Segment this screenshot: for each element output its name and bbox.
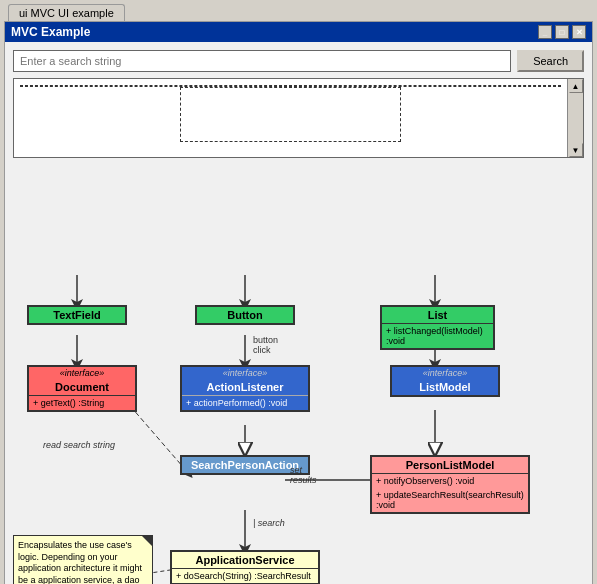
application-service-box: ApplicationService + doSearch(String) :S…	[170, 550, 320, 584]
read-search-label: read search string	[43, 440, 115, 450]
button-ui-box: Button	[195, 305, 295, 325]
window-content: Search ▲ ▼	[5, 42, 592, 166]
search-label: | search	[253, 518, 285, 528]
window-title: MVC Example	[11, 25, 90, 39]
list-area: ▲ ▼	[13, 78, 584, 158]
list-model-box: «interface» ListModel	[390, 365, 500, 397]
search-bar: Search	[13, 50, 584, 72]
close-button[interactable]: ✕	[572, 25, 586, 39]
document-box: «interface» Document + getText() :String	[27, 365, 137, 412]
window-controls: _ □ ✕	[538, 25, 586, 39]
scrollbar: ▲ ▼	[567, 79, 583, 157]
window-title-bar: MVC Example _ □ ✕	[5, 22, 592, 42]
scroll-track	[569, 93, 583, 143]
diagram: TextField Button List + listChanged(list…	[5, 170, 592, 584]
scroll-up[interactable]: ▲	[569, 79, 583, 93]
list-ui-box: List + listChanged(listModel) :void	[380, 305, 495, 350]
set-results-label: setresults	[290, 465, 317, 485]
restore-button[interactable]: □	[555, 25, 569, 39]
tab-bar: ui MVC UI example	[0, 0, 597, 21]
person-list-model-box: PersonListModel + notifyObservers() :voi…	[370, 455, 530, 514]
list-dashed-box	[180, 87, 401, 142]
search-button[interactable]: Search	[517, 50, 584, 72]
button-click-label: buttonclick	[253, 335, 278, 355]
textfield-box: TextField	[27, 305, 127, 325]
minimize-button[interactable]: _	[538, 25, 552, 39]
main-window: MVC Example _ □ ✕ Search ▲ ▼	[4, 21, 593, 584]
action-listener-box: «interface» ActionListener + actionPerfo…	[180, 365, 310, 412]
search-input[interactable]	[13, 50, 511, 72]
scroll-down[interactable]: ▼	[569, 143, 583, 157]
note-box: Encapsulates the use case's logic. Depen…	[13, 535, 153, 584]
tab-mvc-ui[interactable]: ui MVC UI example	[8, 4, 125, 21]
